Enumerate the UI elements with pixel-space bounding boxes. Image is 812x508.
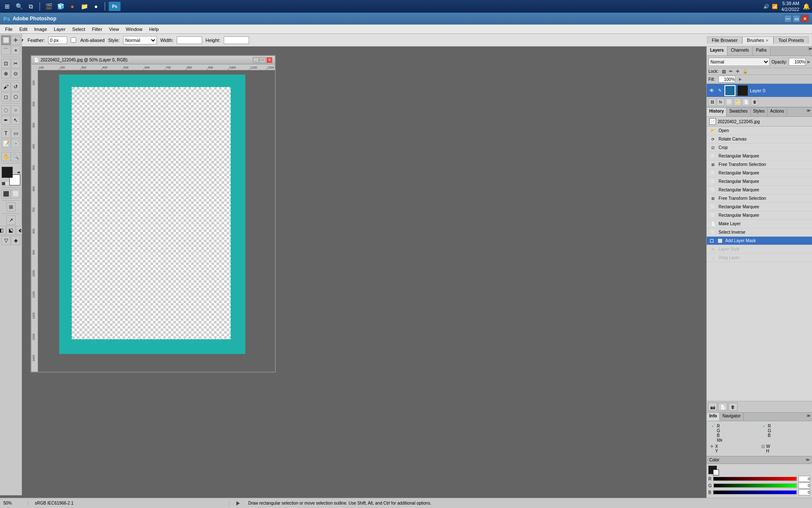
history-item-select-inverse[interactable]: ⬜ Select Inverse [707,228,812,237]
task-view-icon[interactable]: ⧉ [26,1,36,11]
menu-filter[interactable]: Filter [88,26,105,33]
blur-tool[interactable]: ◌ [1,105,11,115]
lock-transparent-icon[interactable]: ▨ [722,69,726,74]
stamp-tool[interactable]: ⊙ [11,69,20,78]
preset-brushes[interactable]: Brushes✕ [742,36,774,44]
history-delete-btn[interactable]: 🗑 [728,403,738,411]
menu-view[interactable]: View [106,26,123,33]
ps-close-button[interactable]: ✕ [801,15,809,22]
info-expand[interactable]: ≫ [805,413,812,421]
media-player-icon[interactable]: 🎬 [44,1,54,11]
lock-all-icon[interactable]: 🔒 [743,69,748,74]
red-slider[interactable] [713,477,797,481]
tab-info[interactable]: Info [707,413,720,421]
tab-paths[interactable]: Paths [753,47,771,55]
tab-layers[interactable]: Layers [707,47,727,55]
history-item-marquee4[interactable]: ⬜ Rectangular Marquee [707,186,812,194]
extra-tool-5[interactable]: ◈ [11,236,20,245]
menu-file[interactable]: File [2,26,16,33]
width-input[interactable] [177,36,202,44]
start-button[interactable]: ⊞ [2,1,12,11]
green-slider[interactable] [713,483,797,488]
preset-tool-presets[interactable]: Tool Presets [774,36,809,44]
ps-maximize-button[interactable]: ▭ [793,15,800,22]
brushes-close[interactable]: ✕ [765,39,769,43]
tab-styles[interactable]: Styles [751,108,768,116]
history-item-marquee2[interactable]: ⬜ Rectangular Marquee [707,169,812,177]
swap-colors-icon[interactable]: ⇄ [17,171,20,174]
layer-visibility-icon[interactable]: 👁 [708,87,715,94]
tab-navigator[interactable]: Navigator [720,413,743,421]
status-arrow-icon[interactable] [236,501,240,505]
menu-layer[interactable]: Layer [50,26,69,33]
link-layers-btn[interactable]: ⛓ [708,98,716,106]
tab-channels[interactable]: Channels [727,47,752,55]
shape-tool[interactable]: ▭ [11,129,20,138]
history-item-marquee1[interactable]: ⬜ Rectangular Marquee [707,152,812,160]
history-item-rotate[interactable]: ⟳ Rotate Canvas [707,135,812,144]
delete-layer-btn[interactable]: 🗑 [751,98,758,106]
lasso-tool[interactable]: ⌒ [1,46,11,55]
eyedropper-tool[interactable]: 💉 [11,139,20,148]
menu-help[interactable]: Help [146,26,162,33]
menu-edit[interactable]: Edit [16,26,31,33]
doc-close-btn[interactable]: ✕ [266,57,272,63]
preset-file-browser[interactable]: File Browser [707,36,742,44]
rectangular-marquee-tool[interactable]: ⬜ [1,36,11,45]
ps-minimize-button[interactable]: — [784,15,792,22]
text-tool[interactable]: T [1,129,11,138]
screen-mode-btn[interactable]: ⊞ [6,202,16,212]
menu-image[interactable]: Image [31,26,51,33]
brush-tool[interactable]: 🖌 [1,82,11,91]
standard-mode-btn[interactable]: ⬛ [1,189,11,199]
eraser-tool[interactable]: ◻ [1,92,11,102]
history-item-crop[interactable]: ⊡ Crop [707,144,812,152]
slice-tool[interactable]: ✂ [11,59,20,68]
history-item-layer-style[interactable]: fx Layer Style [707,245,812,254]
foreground-color-swatch[interactable] [2,167,13,178]
fill-tool[interactable]: ⬡ [11,92,20,102]
history-item-marquee3[interactable]: ⬜ Rectangular Marquee [707,177,812,186]
blue-value-input[interactable]: 0 [798,489,810,495]
opacity-arrow[interactable]: ▶ [807,60,810,64]
quick-mask-btn[interactable]: ⬜ [11,189,20,199]
history-new-doc-btn[interactable]: 📄 [718,403,727,411]
lock-move-icon[interactable]: ✛ [736,69,739,74]
crop-tool[interactable]: ⊡ [1,59,11,68]
anti-aliased-checkbox[interactable] [71,37,76,43]
history-item-marquee6[interactable]: ⬜ Rectangular Marquee [707,211,812,220]
layers-panel-expand[interactable]: ≫ [808,47,812,55]
history-new-snapshot-btn[interactable]: 📷 [708,403,717,411]
blue-slider[interactable] [713,490,797,494]
pen-tool[interactable]: ✒ [1,116,11,125]
feather-input[interactable] [48,36,67,44]
3d-icon[interactable]: 🧊 [55,1,66,11]
add-mask-btn[interactable]: ⬜ [725,98,733,106]
app-icon[interactable]: ● [91,1,101,11]
layer-item-0[interactable]: 👁 ✎ Layer 0 [707,84,812,97]
menu-select[interactable]: Select [69,26,89,33]
new-layer-btn[interactable]: 📄 [742,98,750,106]
history-item-make-layer[interactable]: 📄 Make Layer [707,220,812,228]
extra-tool-2[interactable]: ⬕ [6,226,16,235]
green-value-input[interactable]: 0 [798,483,810,489]
add-style-btn[interactable]: fx [717,98,724,106]
history-item-drag-layer[interactable]: ↕ Drag Layer [707,254,812,262]
history-item-add-mask[interactable]: ⬜ Add Layer Mask [707,237,812,245]
bg-swatch-small[interactable] [713,469,719,475]
healing-brush-tool[interactable]: ⊕ [1,69,11,78]
document-canvas[interactable] [38,70,275,372]
height-input[interactable] [224,36,249,44]
lock-paint-icon[interactable]: ✏ [729,69,732,74]
path-selection-tool[interactable]: ↖ [11,116,20,125]
tab-actions[interactable]: Actions [768,108,787,116]
jump-to-imageready[interactable]: ↗ [6,215,16,225]
extra-tool-1[interactable]: ◧ [0,226,6,235]
file-manager-icon[interactable]: 📁 [79,1,89,11]
fill-input[interactable] [719,76,735,83]
doc-restore-btn[interactable]: □ [260,57,266,63]
history-item-freetransform2[interactable]: ⊞ Free Transform Selection [707,194,812,203]
default-colors-icon[interactable]: ⬛⬜ [2,182,9,185]
move-tool[interactable]: ✛ [11,36,20,45]
search-taskbar-icon[interactable]: 🔍 [14,1,24,11]
